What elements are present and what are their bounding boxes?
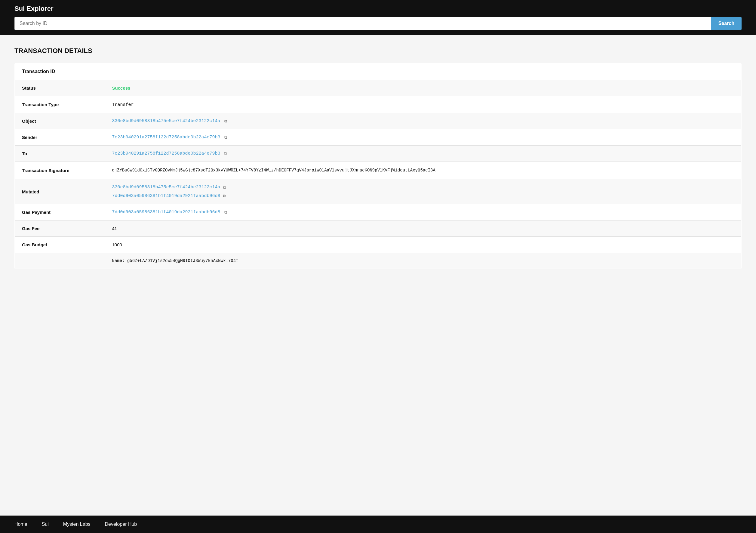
to-link[interactable]: 7c23b940291a2758f122d7258abde0b22a4e79b3 [112,151,220,156]
table-row: Mutated 330e8bd9d0958318b475e5ce7f424be2… [15,179,742,204]
sender-link[interactable]: 7c23b940291a2758f122d7258abde0b22a4e79b3 [112,135,220,140]
copy-icon[interactable]: ⧉ [224,151,227,156]
app-title: Sui Explorer [14,5,742,13]
main-content: TRANSACTION DETAILS Transaction ID 70mbx… [0,35,756,516]
copy-icon[interactable]: ⧉ [224,135,227,140]
search-input[interactable] [14,17,711,30]
row-value-object: 330e8bd9d0958318b475e5ce7f424be23122c14a… [105,113,742,129]
row-label-to: To [15,146,105,162]
row-value-signature: gjZYBuCW9ld0x1CTvGQRZOvMmJj5wGje87XsoT2Q… [105,162,742,179]
row-label-type: Transaction Type [15,96,105,113]
table-row: Transaction Type Transfer [15,96,742,113]
table-row: Object 330e8bd9d0958318b475e5ce7f424be23… [15,113,742,129]
table-row: Transaction Signature gjZYBuCW9ld0x1CTvG… [15,162,742,179]
row-value-gas-payment: 7dd0d903a05986381b1f4019da2921faabdb96d8… [105,204,742,220]
page-title: TRANSACTION DETAILS [14,47,742,55]
table-row: To 7c23b940291a2758f122d7258abde0b22a4e7… [15,146,742,162]
row-label-mutated: Mutated [15,179,105,204]
footer-link-devhub[interactable]: Developer Hub [105,521,137,527]
signature-value: gjZYBuCW9ld0x1CTvGQRZOvMmJj5wGje87XsoT2Q… [112,168,435,173]
row-label-signature: Transaction Signature [15,162,105,179]
mutated-link-1[interactable]: 330e8bd9d0958318b475e5ce7f424be23122c14a [112,185,220,190]
table-row: Name: g56Z+LA/D1Vj1s2cw54QgM9IOtJ3Wuy7kn… [15,253,742,269]
row-label-gas-fee: Gas Fee [15,220,105,237]
row-label-sender: Sender [15,129,105,146]
row-label-object: Object [15,113,105,129]
row-label-status: Status [15,80,105,96]
mutated-link-row-2: 7dd0d903a05986381b1f4019da2921faabdb96d8… [112,193,734,199]
mutated-link-row-1: 330e8bd9d0958318b475e5ce7f424be23122c14a… [112,185,734,190]
table-row: Gas Fee 41 [15,220,742,237]
object-link[interactable]: 330e8bd9d0958318b475e5ce7f424be23122c14a [112,119,220,124]
search-row: Search [14,17,742,30]
row-value-type: Transfer [105,96,742,113]
row-label-extra [15,253,105,269]
table-row: Status Success [15,80,742,96]
table-header-row: Transaction ID 70mbxzoNlLLZXvAuPst6O/3p3… [15,64,742,80]
footer: Home Sui Mysten Labs Developer Hub [0,516,756,533]
row-label-gas-payment: Gas Payment [15,204,105,220]
copy-icon[interactable]: ⧉ [224,119,227,124]
footer-link-sui[interactable]: Sui [42,521,49,527]
row-value-sender: 7c23b940291a2758f122d7258abde0b22a4e79b3… [105,129,742,146]
footer-link-home[interactable]: Home [14,521,27,527]
header-col1: Transaction ID [15,64,105,80]
table-row: Gas Payment 7dd0d903a05986381b1f4019da29… [15,204,742,220]
table-row: Gas Budget 1000 [15,237,742,253]
copy-icon[interactable]: ⧉ [224,210,227,215]
status-badge: Success [112,85,130,91]
transaction-table: Transaction ID 70mbxzoNlLLZXvAuPst6O/3p3… [14,63,742,269]
header-col2: 70mbxzoNlLLZXvAuPst6O/3p3NygXsWAET+ay5Cm… [105,64,742,80]
copy-icon[interactable]: ⧉ [223,185,226,190]
row-value-gas-budget: 1000 [105,237,742,253]
row-label-gas-budget: Gas Budget [15,237,105,253]
search-button[interactable]: Search [711,17,742,30]
mutated-link-2[interactable]: 7dd0d903a05986381b1f4019da2921faabdb96d8 [112,193,220,199]
header: Sui Explorer Search [0,0,756,35]
row-value-gas-fee: 41 [105,220,742,237]
table-row: Sender 7c23b940291a2758f122d7258abde0b22… [15,129,742,146]
row-value-status: Success [105,80,742,96]
row-value-to: 7c23b940291a2758f122d7258abde0b22a4e79b3… [105,146,742,162]
gas-payment-link[interactable]: 7dd0d903a05986381b1f4019da2921faabdb96d8 [112,210,220,215]
copy-icon[interactable]: ⧉ [223,193,226,199]
row-value-extra: Name: g56Z+LA/D1Vj1s2cw54QgM9IOtJ3Wuy7kn… [105,253,742,269]
footer-link-mysten[interactable]: Mysten Labs [63,521,91,527]
row-value-mutated: 330e8bd9d0958318b475e5ce7f424be23122c14a… [105,179,742,204]
